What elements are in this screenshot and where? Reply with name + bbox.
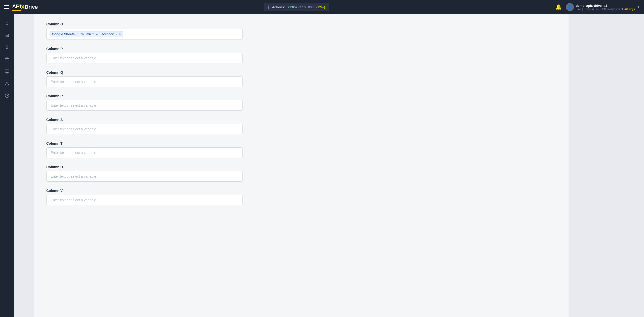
column-r-label: Column R xyxy=(46,94,556,98)
sidebar-item-briefcase[interactable] xyxy=(2,54,12,64)
field-group-column-r: Column R xyxy=(46,94,556,111)
info-icon: ℹ xyxy=(268,5,269,10)
actions-badge: ℹ Actions: 22'059 of 100'000 (22%) xyxy=(264,3,329,11)
column-o-tag-input[interactable]: Google Sheets | Column O: «Facebook» × xyxy=(46,28,243,40)
logo-x: X xyxy=(21,4,24,10)
user-plan: Plan |Premium PRO| left until payment 26… xyxy=(576,8,635,11)
column-s-label: Column S xyxy=(46,118,556,122)
tag-close-icon[interactable]: × xyxy=(119,32,121,36)
svg-point-4 xyxy=(6,82,8,83)
user-info[interactable]: 👤 demo_apix-drive_s3 Plan |Premium PRO| … xyxy=(566,3,640,11)
navbar-left: APIXDrive xyxy=(4,3,38,11)
tag-column-text: Column O: « xyxy=(79,32,98,36)
actions-count: 22'059 xyxy=(288,5,297,9)
user-name: demo_apix-drive_s3 xyxy=(576,4,635,8)
tag-pipe: | xyxy=(77,32,77,36)
field-group-column-q: Column Q xyxy=(46,70,556,87)
sidebar: ⌂ ⊞ $ xyxy=(0,14,14,317)
column-u-label: Column U xyxy=(46,165,556,169)
actions-separator: of xyxy=(298,5,302,9)
actions-percent: (22%) xyxy=(316,5,325,9)
sidebar-item-help[interactable] xyxy=(2,91,12,101)
column-t-input[interactable] xyxy=(46,147,243,158)
user-details: demo_apix-drive_s3 Plan |Premium PRO| le… xyxy=(576,4,635,11)
bell-icon[interactable]: 🔔 xyxy=(555,4,562,10)
navbar: APIXDrive ℹ Actions: 22'059 of 100'000 (… xyxy=(0,0,644,14)
chevron-down-icon: ▼ xyxy=(637,5,640,9)
field-group-column-s: Column S xyxy=(46,118,556,134)
column-t-label: Column T xyxy=(46,141,556,145)
field-group-column-o: Column O Google Sheets | Column O: «Face… xyxy=(46,22,556,40)
column-v-label: Column V xyxy=(46,189,556,193)
actions-total: 100'000 xyxy=(302,5,314,9)
left-panel xyxy=(14,14,34,317)
column-p-label: Column P xyxy=(46,47,556,51)
field-group-column-p: Column P xyxy=(46,47,556,63)
navbar-center: ℹ Actions: 22'059 of 100'000 (22%) xyxy=(38,3,555,11)
main-layout: ⌂ ⊞ $ Column O Google Sheets xyxy=(0,14,644,317)
sidebar-item-user[interactable] xyxy=(2,78,12,89)
user-plan-text: Plan |Premium PRO| left until payment xyxy=(576,8,624,11)
column-r-input[interactable] xyxy=(46,100,243,111)
column-o-tag: Google Sheets | Column O: «Facebook» × xyxy=(50,31,123,37)
logo-api: API xyxy=(12,3,21,11)
field-group-column-t: Column T xyxy=(46,141,556,158)
navbar-right: 🔔 👤 demo_apix-drive_s3 Plan |Premium PRO… xyxy=(555,3,640,11)
content-area: Column O Google Sheets | Column O: «Face… xyxy=(14,14,644,317)
user-plan-days: 261 days xyxy=(624,8,635,11)
logo: APIXDrive xyxy=(12,3,38,11)
column-u-input[interactable] xyxy=(46,171,243,182)
field-group-column-u: Column U xyxy=(46,165,556,182)
svg-rect-1 xyxy=(5,70,9,72)
field-group-column-v: Column V xyxy=(46,189,556,205)
column-p-input[interactable] xyxy=(46,53,243,63)
column-q-label: Column Q xyxy=(46,70,556,74)
column-v-input[interactable] xyxy=(46,195,243,205)
avatar: 👤 xyxy=(566,3,574,11)
sidebar-item-home[interactable]: ⌂ xyxy=(2,18,12,28)
column-s-input[interactable] xyxy=(46,124,243,134)
column-q-input[interactable] xyxy=(46,76,243,87)
hamburger-menu[interactable] xyxy=(4,5,9,9)
svg-rect-0 xyxy=(5,58,9,61)
logo-drive: Drive xyxy=(24,4,38,10)
actions-label: Actions: xyxy=(272,5,285,9)
right-panel xyxy=(569,14,644,317)
column-o-label: Column O xyxy=(46,22,556,26)
sidebar-item-play[interactable] xyxy=(2,66,12,76)
tag-value: Facebook xyxy=(99,32,114,36)
tag-source: Google Sheets xyxy=(52,32,75,36)
sidebar-item-grid[interactable]: ⊞ xyxy=(2,30,12,40)
main-content: Column O Google Sheets | Column O: «Face… xyxy=(34,14,569,317)
sidebar-item-billing[interactable]: $ xyxy=(2,42,12,52)
tag-end-quote: » xyxy=(115,32,117,36)
